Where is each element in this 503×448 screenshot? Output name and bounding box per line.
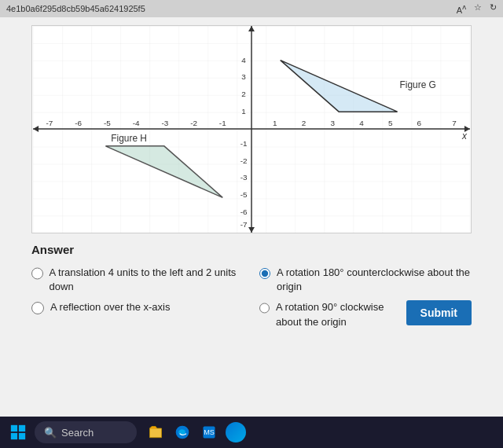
search-bar[interactable]: 🔍 Search bbox=[35, 421, 137, 443]
svg-text:3: 3 bbox=[241, 72, 246, 81]
store-icon[interactable]: MS bbox=[198, 421, 220, 443]
taskbar-icons: MS bbox=[145, 421, 247, 443]
svg-text:-3: -3 bbox=[240, 174, 248, 182]
svg-text:-3: -3 bbox=[161, 119, 168, 127]
svg-text:-2: -2 bbox=[240, 156, 248, 165]
option-1-text: A translation 4 units to the left and 2 … bbox=[50, 266, 244, 294]
option-2-text: A rotation 180° counterclockwise about t… bbox=[277, 266, 472, 294]
svg-text:-5: -5 bbox=[104, 119, 111, 127]
radio-opt3[interactable] bbox=[31, 302, 44, 314]
search-icon: 🔍 bbox=[44, 427, 57, 439]
svg-text:6: 6 bbox=[417, 119, 422, 127]
svg-text:-4: -4 bbox=[133, 119, 140, 127]
browser-bar: 4e1b0a6f295d8cb59b45a6241925f5 Aʌ ☆ ↻ bbox=[0, 0, 503, 17]
svg-rect-37 bbox=[11, 433, 17, 439]
font-icon[interactable]: Aʌ bbox=[457, 2, 466, 15]
svg-text:2: 2 bbox=[241, 90, 246, 98]
options-grid: A translation 4 units to the left and 2 … bbox=[31, 266, 472, 329]
refresh-icon[interactable]: ↻ bbox=[490, 2, 497, 15]
svg-text:-6: -6 bbox=[75, 119, 82, 127]
answer-section: Answer A translation 4 units to the left… bbox=[0, 233, 503, 339]
option-3[interactable]: A reflection over the x-axis bbox=[31, 300, 244, 314]
svg-text:4: 4 bbox=[359, 119, 364, 127]
svg-rect-38 bbox=[19, 433, 25, 439]
option-3-text: A reflection over the x-axis bbox=[50, 300, 170, 314]
option-4-text: A rotation 90° clockwise about the origi… bbox=[276, 300, 397, 329]
coordinate-graph: 1 2 3 4 5 6 7 -1 -2 -3 -4 -5 -6 -7 1 2 3… bbox=[32, 26, 471, 233]
svg-text:1: 1 bbox=[241, 107, 246, 116]
svg-text:-6: -6 bbox=[240, 207, 248, 216]
svg-text:-1: -1 bbox=[240, 139, 248, 148]
svg-text:5: 5 bbox=[388, 119, 393, 127]
svg-rect-35 bbox=[11, 425, 17, 431]
graph-area: 1 2 3 4 5 6 7 -1 -2 -3 -4 -5 -6 -7 1 2 3… bbox=[31, 25, 472, 233]
svg-text:1: 1 bbox=[273, 119, 277, 127]
svg-text:-1: -1 bbox=[219, 119, 226, 127]
figure-g-label: Figure G bbox=[400, 79, 436, 90]
svg-text:2: 2 bbox=[302, 119, 307, 127]
option-4[interactable]: A rotation 90° clockwise about the origi… bbox=[259, 300, 397, 329]
svg-rect-36 bbox=[19, 425, 25, 431]
svg-text:-7: -7 bbox=[240, 220, 248, 229]
main-content: 1 2 3 4 5 6 7 -1 -2 -3 -4 -5 -6 -7 1 2 3… bbox=[0, 17, 503, 418]
taskbar: 🔍 Search MS bbox=[0, 417, 503, 448]
edge-browser-icon[interactable] bbox=[171, 421, 193, 443]
file-explorer-icon[interactable] bbox=[145, 421, 167, 443]
svg-text:-7: -7 bbox=[46, 119, 53, 127]
svg-text:-2: -2 bbox=[190, 119, 197, 127]
option-1[interactable]: A translation 4 units to the left and 2 … bbox=[31, 266, 244, 294]
svg-text:4: 4 bbox=[241, 56, 246, 64]
option-2[interactable]: A rotation 180° counterclockwise about t… bbox=[259, 266, 472, 294]
url-text: 4e1b0a6f295d8cb59b45a6241925f5 bbox=[6, 4, 145, 13]
radio-opt2[interactable] bbox=[259, 267, 270, 280]
browser-controls: Aʌ ☆ ↻ bbox=[457, 2, 497, 15]
svg-text:x: x bbox=[461, 130, 468, 141]
figure-h-label: Figure H bbox=[111, 133, 147, 144]
radio-opt4[interactable] bbox=[259, 302, 270, 314]
radio-opt1[interactable] bbox=[31, 267, 43, 280]
answer-label: Answer bbox=[31, 243, 472, 256]
svg-text:MS: MS bbox=[204, 428, 215, 436]
search-text: Search bbox=[61, 427, 94, 439]
svg-text:-5: -5 bbox=[240, 190, 248, 199]
svg-text:3: 3 bbox=[330, 119, 335, 127]
svg-text:7: 7 bbox=[452, 119, 457, 127]
edge-icon-2[interactable] bbox=[225, 421, 247, 443]
star-icon[interactable]: ☆ bbox=[474, 2, 482, 15]
windows-start-button[interactable] bbox=[6, 420, 30, 444]
submit-button[interactable]: Submit bbox=[406, 300, 472, 325]
